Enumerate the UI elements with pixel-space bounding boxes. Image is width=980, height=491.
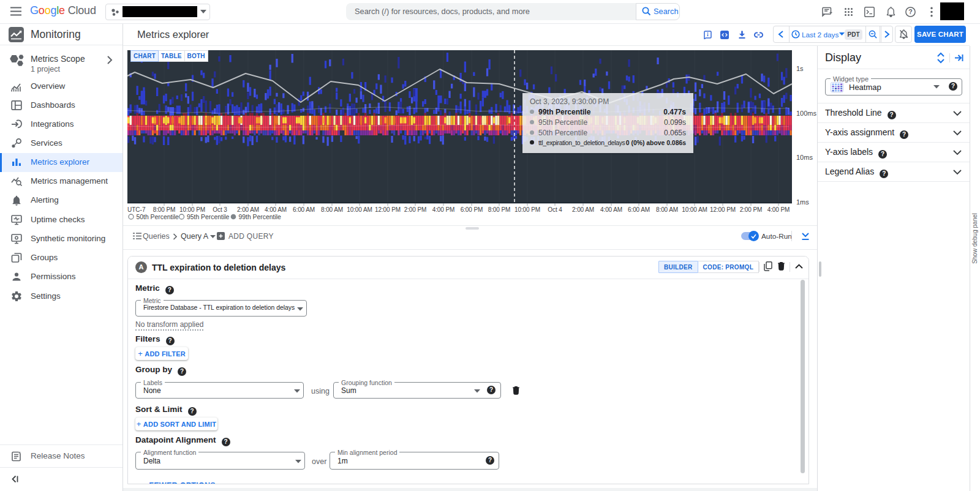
svg-text:2:00 AM: 2:00 AM [572,206,594,213]
svg-text:8:00 PM: 8:00 PM [488,206,511,213]
svg-text:8:00 AM: 8:00 AM [656,206,678,213]
svg-text:95th Percentile: 95th Percentile [187,214,230,220]
svg-text:Oct 4: Oct 4 [548,206,562,213]
svg-text:2:00 AM: 2:00 AM [237,206,259,213]
svg-text:10:00 AM: 10:00 AM [682,206,707,213]
svg-text:4:00 AM: 4:00 AM [600,206,622,213]
svg-text:?: ? [908,8,912,15]
svg-text:6:00 PM: 6:00 PM [461,206,483,213]
svg-text:8:00 PM: 8:00 PM [153,206,176,213]
svg-text:10:00 PM: 10:00 PM [179,206,205,213]
svg-text:10:00 AM: 10:00 AM [347,206,372,213]
svg-text:Oct 3: Oct 3 [213,206,227,213]
svg-text:1ms: 1ms [796,198,809,206]
svg-text:UTC-7: UTC-7 [127,206,146,213]
svg-text:6:00 AM: 6:00 AM [293,206,315,213]
svg-text:10ms: 10ms [796,154,813,161]
svg-text:6:00 AM: 6:00 AM [628,206,650,213]
svg-text:1s: 1s [796,65,804,72]
svg-text:4:00 PM: 4:00 PM [432,206,455,213]
svg-text:12:00 PM: 12:00 PM [375,206,401,213]
svg-text:2:00 PM: 2:00 PM [740,206,763,213]
svg-text:10:00 PM: 10:00 PM [514,206,540,213]
svg-text:2:00 PM: 2:00 PM [404,206,427,213]
svg-text:50th Percentile: 50th Percentile [137,214,179,220]
svg-text:4:00 PM: 4:00 PM [767,206,790,213]
svg-text:4:00 AM: 4:00 AM [265,206,287,213]
svg-text:12:00 PM: 12:00 PM [710,206,736,213]
svg-text:99th Percentile: 99th Percentile [239,214,282,220]
svg-text:100ms: 100ms [796,110,817,117]
svg-text:8:00 AM: 8:00 AM [321,206,343,213]
